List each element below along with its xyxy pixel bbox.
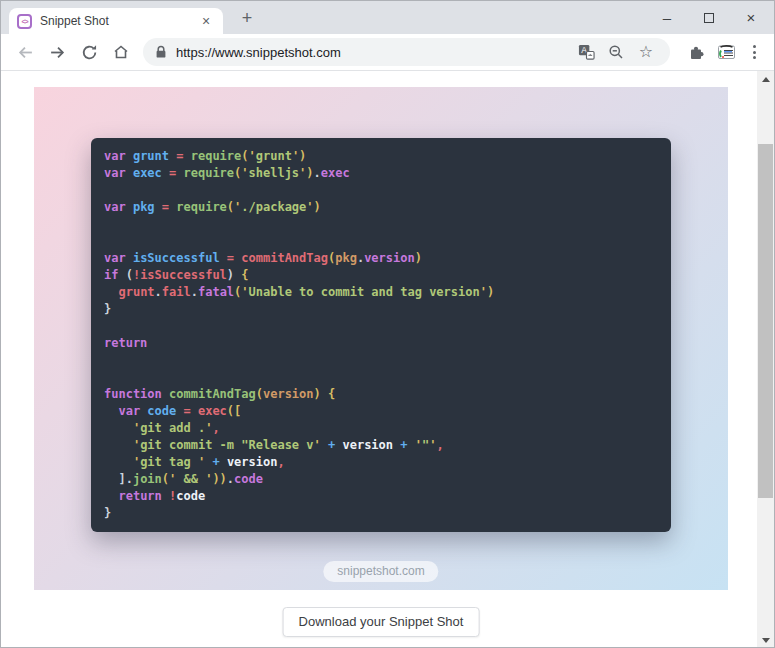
watermark-pill: snippetshot.com bbox=[323, 561, 438, 582]
scroll-up-icon bbox=[762, 77, 770, 82]
scroll-down-icon bbox=[762, 638, 770, 643]
scrollbar-down-button[interactable] bbox=[757, 632, 774, 648]
home-button[interactable] bbox=[108, 39, 134, 65]
snippet-gradient-canvas: var grunt = require('grunt')var exec = r… bbox=[34, 87, 728, 590]
page-content: var grunt = require('grunt')var exec = r… bbox=[1, 71, 774, 648]
puzzle-icon bbox=[688, 44, 705, 61]
browser-menu-button[interactable] bbox=[742, 40, 766, 64]
menu-dot-icon bbox=[753, 56, 756, 59]
snippetshot-favicon-icon: <> bbox=[17, 14, 32, 29]
forward-arrow-icon bbox=[49, 44, 66, 61]
back-arrow-icon bbox=[17, 44, 34, 61]
minimize-button[interactable]: – bbox=[646, 1, 688, 34]
browser-toolbar: https://www.snippetshot.com A ☆ bbox=[1, 34, 774, 71]
extensions-button[interactable] bbox=[684, 40, 708, 64]
tab-close-icon[interactable]: × bbox=[197, 12, 215, 30]
browser-window: <> Snippet Shot × + – × https://www.snip… bbox=[0, 0, 775, 648]
maximize-icon bbox=[704, 13, 714, 23]
zoom-out-button[interactable] bbox=[604, 40, 628, 64]
menu-dot-icon bbox=[753, 51, 756, 54]
code-panel[interactable]: var grunt = require('grunt')var exec = r… bbox=[91, 138, 671, 532]
tab-title: Snippet Shot bbox=[40, 14, 197, 28]
reload-icon bbox=[81, 44, 98, 61]
table-extension-icon bbox=[717, 44, 736, 60]
home-icon bbox=[112, 43, 130, 61]
forward-button[interactable] bbox=[44, 39, 70, 65]
zoom-out-icon bbox=[608, 44, 624, 60]
reload-button[interactable] bbox=[76, 39, 102, 65]
page-scrollbar[interactable] bbox=[757, 71, 774, 648]
tab-snippet-shot[interactable]: <> Snippet Shot × bbox=[9, 8, 223, 34]
address-bar[interactable]: https://www.snippetshot.com A ☆ bbox=[143, 38, 670, 66]
scrollbar-up-button[interactable] bbox=[757, 71, 774, 88]
bookmark-button[interactable]: ☆ bbox=[634, 40, 658, 64]
translate-button[interactable]: A bbox=[574, 40, 598, 64]
table-extension-button[interactable] bbox=[714, 40, 738, 64]
url-text[interactable]: https://www.snippetshot.com bbox=[176, 45, 568, 60]
close-button[interactable]: × bbox=[730, 1, 772, 34]
scrollbar-thumb[interactable] bbox=[758, 144, 773, 498]
code-block[interactable]: var grunt = require('grunt')var exec = r… bbox=[104, 148, 658, 522]
new-tab-button[interactable]: + bbox=[235, 6, 259, 30]
tab-strip: <> Snippet Shot × + – × bbox=[1, 1, 774, 34]
star-icon: ☆ bbox=[639, 44, 653, 60]
maximize-button[interactable] bbox=[688, 1, 730, 34]
window-controls: – × bbox=[646, 1, 772, 34]
back-button[interactable] bbox=[12, 39, 38, 65]
lock-icon bbox=[155, 45, 167, 59]
translate-icon: A bbox=[578, 44, 595, 61]
menu-dot-icon bbox=[753, 45, 756, 48]
download-snippet-button[interactable]: Download your Snippet Shot bbox=[283, 607, 480, 637]
